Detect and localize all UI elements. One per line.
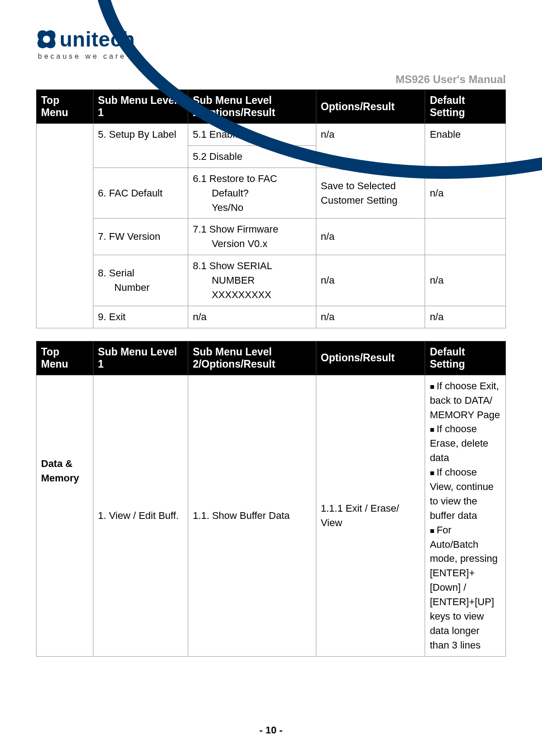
cell-options: n/a (316, 124, 425, 168)
cell-sub2: 8.1 Show SERIAL NUMBER XXXXXXXXX (188, 255, 316, 306)
bullet-item: If choose Exit, back to DATA/ MEMORY Pag… (430, 380, 500, 420)
col-top-menu: Top Menu (37, 341, 93, 375)
cell-top-menu: Data & Memory (37, 375, 93, 656)
cell-sub2: 7.1 Show Firmware Version V0.x (188, 219, 316, 255)
cell-sub1: 1. View / Edit Buff. (93, 375, 188, 656)
col-options: Options/Result (316, 90, 425, 124)
brand-logo: unitech because we care (36, 27, 506, 61)
table-header-row: Top Menu Sub Menu Level 1 Sub Menu Level… (37, 341, 506, 375)
logo-tagline: because we care (38, 52, 126, 61)
table-row: 7. FW Version 7.1 Show Firmware Version … (37, 219, 506, 255)
menu-table-1: Top Menu Sub Menu Level 1 Sub Menu Level… (36, 89, 506, 328)
col-sub1: Sub Menu Level 1 (93, 341, 188, 375)
col-top-menu: Top Menu (37, 90, 93, 124)
cell-options: 1.1.1 Exit / Erase/ View (316, 375, 425, 656)
cell-options: n/a (316, 219, 425, 255)
col-sub2: Sub Menu Level 2/Options/Result (188, 90, 316, 124)
document-page: unitech because we care MS926 User's Man… (0, 0, 542, 756)
cell-default: n/a (425, 168, 506, 219)
doc-title-wrap: MS926 User's Manual (36, 73, 506, 86)
col-sub2: Sub Menu Level 2/Options/Result (188, 341, 316, 375)
logo-icon (36, 29, 57, 50)
cell-options: n/a (316, 255, 425, 306)
col-default: Default Setting (425, 341, 506, 375)
col-sub1: Sub Menu Level 1 (93, 90, 188, 124)
bullet-item: If choose View, continue to view the buf… (430, 467, 493, 521)
cell-options: Save to Selected Customer Setting (316, 168, 425, 219)
cell-top-menu (37, 124, 93, 328)
table-row: 9. Exit n/a n/a n/a (37, 306, 506, 328)
col-default: Default Setting (425, 90, 506, 124)
cell-sub1: 8. Serial Number (93, 255, 188, 306)
col-options: Options/Result (316, 341, 425, 375)
cell-sub2: 6.1 Restore to FAC Default?Yes/No (188, 168, 316, 219)
logo-text: unitech (60, 27, 135, 51)
cell-default: n/a (425, 306, 506, 328)
bullet-item: For Auto/Batch mode, pressing [ENTER]+[D… (430, 524, 497, 651)
cell-sub2: 5.1 Enable (188, 124, 316, 146)
cell-sub2: n/a (188, 306, 316, 328)
cell-sub1: 5. Setup By Label (93, 124, 188, 168)
cell-sub1: 6. FAC Default (93, 168, 188, 219)
logo-row: unitech (36, 27, 135, 51)
cell-sub1: 7. FW Version (93, 219, 188, 255)
cell-sub2: 5.2 Disable (188, 145, 316, 168)
svg-point-0 (43, 36, 50, 43)
table-row: 6. FAC Default 6.1 Restore to FAC Defaul… (37, 168, 506, 219)
cell-default: If choose Exit, back to DATA/ MEMORY Pag… (425, 375, 506, 656)
cell-default (425, 219, 506, 255)
bullet-item: If choose Erase, delete data (430, 423, 488, 463)
table-row: Data & Memory 1. View / Edit Buff. 1.1. … (37, 375, 506, 656)
cell-default: Enable (425, 124, 506, 168)
table-row: 5. Setup By Label 5.1 Enable n/a Enable (37, 124, 506, 146)
cell-sub2: 1.1. Show Buffer Data (188, 375, 316, 656)
table-header-row: Top Menu Sub Menu Level 1 Sub Menu Level… (37, 90, 506, 124)
cell-default: n/a (425, 255, 506, 306)
menu-table-2: Top Menu Sub Menu Level 1 Sub Menu Level… (36, 341, 506, 657)
doc-title: MS926 User's Manual (396, 73, 506, 85)
table-row: 8. Serial Number 8.1 Show SERIAL NUMBER … (37, 255, 506, 306)
cell-sub1: 9. Exit (93, 306, 188, 328)
cell-options: n/a (316, 306, 425, 328)
page-footer: - 10 - (0, 724, 542, 736)
